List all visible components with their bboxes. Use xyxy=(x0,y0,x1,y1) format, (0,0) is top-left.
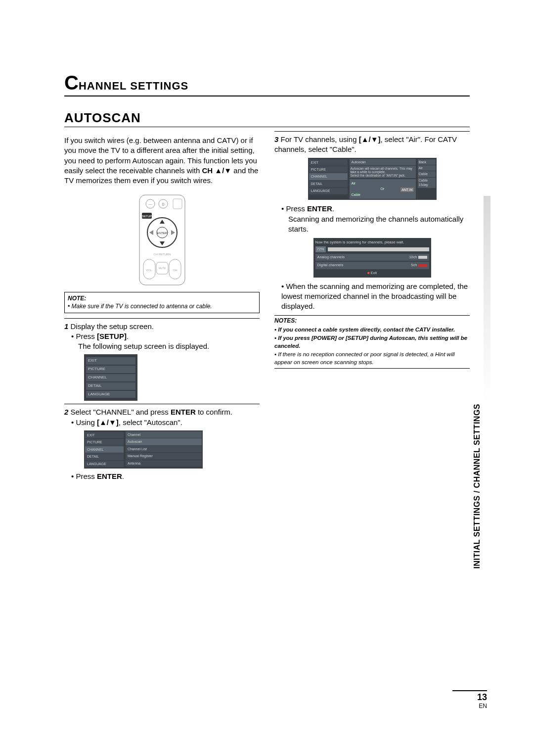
divider xyxy=(64,318,260,319)
notes-box: NOTES: • If you connect a cable system d… xyxy=(274,315,470,369)
title-rest: HANNEL SETTINGS xyxy=(79,80,188,92)
step-1: 1 Display the setup screen. Press [SETUP… xyxy=(64,322,260,352)
svg-text:MUTE: MUTE xyxy=(158,267,166,270)
step-2: 2 Select "CHANNEL" and press ENTER to co… xyxy=(64,407,260,427)
divider xyxy=(274,131,470,132)
svg-text:ENTER: ENTER xyxy=(157,232,167,235)
osd-setup-menu: EXIT PICTURE CHANNEL DETAIL LANGUAGE xyxy=(84,354,137,401)
svg-text:—: — xyxy=(148,202,152,206)
completion-text: When the scanning and memorizing are com… xyxy=(281,282,470,312)
page-number: 13 EN xyxy=(452,690,487,709)
svg-text:CH RETURN: CH RETURN xyxy=(153,253,171,256)
svg-text:CH: CH xyxy=(173,269,177,272)
note-box: NOTE: • Make sure if the TV is connected… xyxy=(64,292,260,313)
osd-channel-menu: EXIT PICTURE CHANNEL DETAIL LANGUAGE Cha… xyxy=(84,430,203,469)
section-heading: AUTOSCAN xyxy=(64,110,470,127)
divider xyxy=(64,404,260,404)
osd-scan-progress: Now the system is scanning for channels,… xyxy=(313,238,431,278)
intro-paragraph: If you switch wires (e.g. between antenn… xyxy=(64,136,260,186)
osd-autoscan-select: EXIT PICTURE CHANNEL DETAIL LANGUAGE Aut… xyxy=(308,158,437,200)
chapter-title: CHANNEL SETTINGS xyxy=(64,72,470,96)
svg-text:SETUP: SETUP xyxy=(141,215,151,218)
title-big: C xyxy=(64,72,79,94)
svg-text:VOL.: VOL. xyxy=(146,269,153,272)
svg-text:0: 0 xyxy=(162,202,164,207)
side-tab: INITIAL SETTINGS / CHANNEL SETTINGS xyxy=(479,196,490,404)
remote-illustration: — 0 SETUP ENTER CH RETURN VOL. MUTE xyxy=(133,193,192,287)
step-3: 3 For TV channels, using [▲/▼], select "… xyxy=(274,135,470,155)
